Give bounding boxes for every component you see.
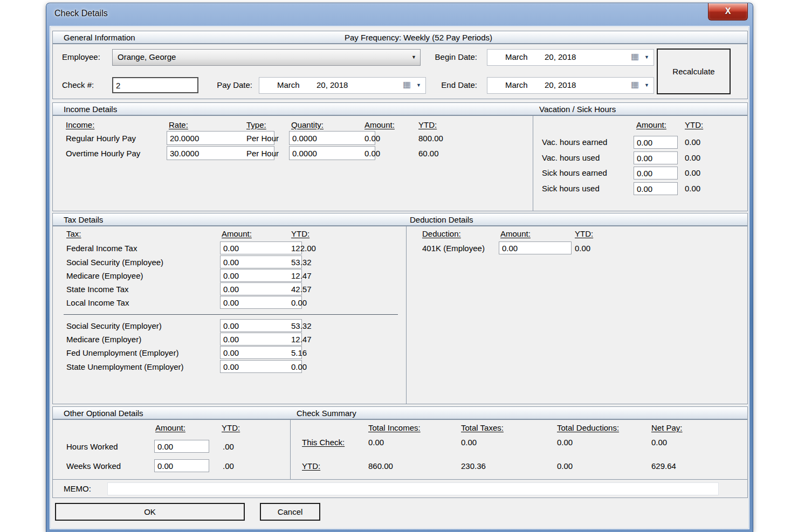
income-details-section: Income Details Vacation / Sick Hours Inc… (52, 102, 748, 211)
employee-value: Orange, George (118, 52, 176, 61)
pay-date-label: Pay Date: (209, 80, 252, 89)
begin-date-month: March (505, 52, 528, 61)
tax-ytd: 53.32 (291, 321, 312, 330)
panel-divider (406, 226, 407, 404)
general-information-header: General Information Pay Frequency: Weekl… (53, 31, 747, 44)
summary-total-incomes: 860.00 (368, 461, 393, 471)
title-bar: Check Details X (46, 3, 753, 26)
close-icon: X (725, 6, 731, 16)
tax-amount-input[interactable] (220, 282, 302, 295)
end-date-month: March (505, 80, 528, 89)
begin-date-field[interactable]: March 20, 2018 ▦ ▼ (487, 49, 654, 66)
calendar-icon[interactable]: ▦ (403, 79, 411, 89)
ok-button[interactable]: OK (55, 503, 245, 521)
summary-net-pay: 0.00 (651, 438, 667, 447)
deduction-ytd: 0.00 (575, 244, 590, 253)
total-taxes-col-header: Total Taxes: (461, 423, 504, 432)
vacation-amount-input[interactable] (634, 136, 678, 149)
pay-date-dayyear: 20, 2018 (317, 80, 348, 89)
tax-row-label: State Income Tax (66, 285, 129, 294)
combo-arrow-icon[interactable]: ▼ (411, 54, 416, 60)
vacation-row-label: Sick hours earned (542, 168, 607, 177)
tax-ytd: 5.16 (291, 348, 307, 357)
vacation-row-label: Sick hours used (542, 184, 600, 193)
tax-amount-input[interactable] (220, 319, 302, 332)
tax-row-label: State Unemployment (Employer) (66, 362, 184, 371)
summary-total-deductions: 0.00 (557, 461, 573, 471)
tax-row-label: Social Security (Employer) (66, 321, 162, 330)
tax-amount-input[interactable] (220, 296, 302, 309)
summary-total-deductions: 0.00 (557, 438, 573, 447)
section-title: Income Details (64, 105, 117, 114)
other-ytd: .00 (223, 461, 234, 471)
general-information-section: General Information Pay Frequency: Weekl… (52, 31, 748, 99)
panel-divider (533, 116, 533, 211)
vacation-amount-input[interactable] (634, 182, 678, 195)
section-title: Tax Details (64, 215, 103, 224)
tax-separator (64, 314, 398, 315)
other-details-header: Other Optional Details Check Summary (53, 407, 747, 420)
calendar-icon[interactable]: ▦ (631, 51, 639, 61)
ytd-col-header: YTD: (418, 120, 437, 129)
tax-amount-input[interactable] (220, 241, 302, 254)
dialog-title: Check Details (54, 9, 108, 18)
deduction-row-label: 401K (Employee) (422, 244, 485, 253)
other-ytd: .00 (223, 442, 234, 451)
end-date-field[interactable]: March 20, 2018 ▦ ▼ (487, 77, 654, 94)
vacation-row-label: Vac. hours earned (542, 137, 607, 147)
type-col-header: Type: (246, 120, 266, 129)
tax-amount-input[interactable] (220, 360, 302, 373)
other-amount-input[interactable] (154, 459, 209, 472)
tax-amount-input[interactable] (220, 346, 302, 359)
section-title: Check Summary (297, 409, 356, 418)
tax-ytd: 122.00 (291, 244, 316, 253)
total-deductions-col-header: Total Deductions: (557, 423, 619, 432)
employee-label: Employee: (62, 52, 100, 61)
dropdown-arrow-icon[interactable]: ▼ (416, 82, 421, 88)
tax-row-label: Fed Unemployment (Employer) (66, 348, 178, 357)
income-ytd: 800.00 (418, 134, 443, 143)
rate-col-header: Rate: (169, 120, 188, 129)
begin-date-label: Begin Date: (429, 52, 477, 61)
tax-col-header: Tax: (66, 229, 81, 238)
summary-row-label: This Check: (302, 438, 345, 447)
income-ytd: 60.00 (418, 149, 439, 158)
tax-amount-input[interactable] (220, 333, 302, 346)
pay-date-field[interactable]: March 20, 2018 ▦ ▼ (259, 77, 426, 94)
employee-combobox[interactable]: Orange, George ▼ (112, 49, 421, 66)
pay-frequency-text: Pay Frequency: Weekly (52 Pay Periods) (345, 33, 492, 42)
income-name: Regular Hourly Pay (66, 134, 136, 143)
close-button[interactable]: X (708, 3, 748, 20)
tax-amount-col-header: Amount: (222, 229, 252, 238)
tax-amount-input[interactable] (220, 269, 302, 282)
vacation-ytd: 0.00 (685, 168, 700, 177)
quantity-input[interactable] (289, 146, 375, 160)
tax-ytd: 53.32 (291, 258, 312, 267)
check-number-input[interactable] (112, 77, 198, 93)
memo-input[interactable] (107, 482, 719, 495)
calendar-icon[interactable]: ▦ (631, 79, 639, 89)
panel-divider (290, 420, 291, 479)
other-amount-input[interactable] (154, 440, 209, 453)
dropdown-arrow-icon[interactable]: ▼ (644, 82, 649, 88)
income-amount: 0.00 (364, 149, 380, 158)
amount-col-header: Amount: (364, 120, 395, 129)
tax-row-label: Social Security (Employee) (66, 258, 163, 267)
deduction-amount-input[interactable] (499, 241, 572, 254)
tax-amount-input[interactable] (220, 255, 302, 268)
summary-row-label: YTD: (302, 461, 320, 471)
tax-details-header: Tax Details Deduction Details (53, 213, 747, 226)
recalculate-button[interactable]: Recalculate (657, 49, 731, 94)
income-amount: 0.00 (364, 134, 380, 143)
summary-total-taxes: 230.36 (461, 461, 486, 471)
end-date-label: End Date: (429, 80, 477, 89)
vacation-amount-input[interactable] (634, 151, 678, 164)
dropdown-arrow-icon[interactable]: ▼ (644, 54, 649, 60)
end-date-dayyear: 20, 2018 (545, 80, 576, 89)
vacation-amount-input[interactable] (634, 167, 678, 179)
net-pay-col-header: Net Pay: (651, 423, 683, 432)
cancel-button[interactable]: Cancel (260, 503, 320, 521)
quantity-input[interactable] (289, 131, 375, 145)
quantity-col-header: Quantity: (291, 120, 324, 129)
tax-ytd-col-header: YTD: (291, 229, 309, 238)
